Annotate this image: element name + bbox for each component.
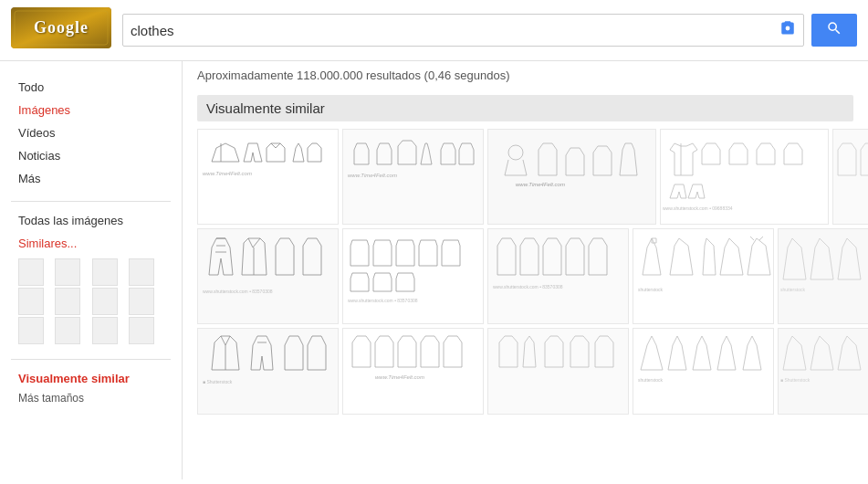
sidebar-item-videos[interactable]: Vídeos (11, 121, 171, 144)
svg-text:shutterstock: shutterstock (780, 287, 805, 292)
svg-text:www.shutterstock.com • 0968833: www.shutterstock.com • 09688334 (663, 205, 733, 211)
sidebar-divider-1 (11, 201, 171, 202)
svg-text:shutterstock: shutterstock (638, 377, 663, 383)
thumb-7 (92, 288, 118, 315)
image-row-2: www.shutterstock.com • 83570308 (197, 228, 853, 324)
thumb-1 (18, 258, 44, 286)
image-tile-13[interactable] (487, 328, 629, 415)
thumb-4 (129, 258, 154, 286)
svg-text:shutterstock: shutterstock (638, 287, 663, 292)
svg-text:Google: Google (34, 18, 89, 37)
content-area: Aproximadamente 118.000.000 resultados (… (183, 61, 868, 479)
thumb-5 (18, 288, 44, 315)
image-tile-1[interactable]: www.Time4Felt.com (197, 129, 339, 225)
sidebar-nav: Todo Imágenes Vídeos Noticias Más (11, 76, 171, 190)
thumb-9 (18, 317, 44, 344)
all-images-label: Todas las imágenes (11, 209, 171, 232)
search-input[interactable] (131, 23, 779, 38)
sidebar-item-todo[interactable]: Todo (11, 76, 171, 99)
search-box[interactable] (122, 14, 804, 47)
svg-text:■ Shutterstock: ■ Shutterstock (203, 379, 233, 384)
more-sizes-link[interactable]: Más tamaños (11, 390, 171, 406)
image-tile-15[interactable]: ■ Shutterstock (778, 328, 868, 415)
visually-similar-section: Visualmente similar (183, 88, 868, 422)
image-tile-8[interactable]: www.shutterstock.com • 83570308 (487, 228, 629, 324)
image-tile-12[interactable]: www.Time4Felt.com (342, 328, 484, 415)
similar-link[interactable]: Similares... (11, 232, 171, 255)
svg-point-5 (508, 145, 523, 160)
visually-similar-link[interactable]: Visualmente similar (11, 367, 171, 390)
thumb-8 (129, 288, 154, 315)
image-row-1: www.Time4Felt.com www.T (197, 129, 853, 225)
thumb-6 (55, 288, 80, 315)
image-tile-14[interactable]: shutterstock (633, 328, 774, 415)
svg-text:www.Time4Felt.com: www.Time4Felt.com (348, 173, 397, 178)
image-tile-9[interactable]: shutterstock (633, 228, 774, 324)
thumb-10 (55, 317, 80, 344)
thumb-11 (92, 317, 118, 344)
sidebar-filter-section: Todas las imágenes Similares... (11, 209, 171, 348)
image-tile-2[interactable]: www.Time4Felt.com (342, 129, 484, 225)
thumb-2 (55, 258, 80, 286)
svg-text:www.Time4Felt.com: www.Time4Felt.com (516, 182, 565, 187)
image-tile-5[interactable] (832, 129, 868, 225)
image-tile-6[interactable]: www.shutterstock.com • 83570308 (197, 228, 339, 324)
sidebar-item-imagenes[interactable]: Imágenes (11, 99, 171, 121)
search-button[interactable] (811, 14, 857, 47)
camera-icon[interactable] (779, 20, 796, 40)
header: Google (0, 0, 868, 61)
image-tile-4[interactable]: www.shutterstock.com • 09688334 (660, 129, 829, 225)
search-icon (826, 20, 842, 40)
sidebar-divider-2 (11, 359, 171, 360)
svg-text:www.Time4Felt.com: www.Time4Felt.com (203, 171, 252, 176)
sidebar-item-mas[interactable]: Más (11, 167, 171, 190)
image-tile-7[interactable]: www.shutterstock.com • 83570308 (342, 228, 484, 324)
sidebar-thumb-grid (11, 255, 171, 348)
logo-area[interactable]: Google (11, 7, 111, 53)
section-title-visual: Visualmente similar (197, 95, 853, 121)
thumb-12 (129, 317, 154, 344)
logo-image[interactable]: Google (11, 7, 111, 48)
svg-text:www.Time4Felt.com: www.Time4Felt.com (375, 374, 424, 380)
image-tile-10[interactable]: shutterstock (778, 228, 868, 324)
sidebar: Todo Imágenes Vídeos Noticias Más Todas … (0, 61, 183, 479)
search-form (122, 14, 857, 47)
svg-text:www.shutterstock.com • 8357030: www.shutterstock.com • 83570308 (493, 284, 563, 289)
image-tile-11[interactable]: ■ Shutterstock (197, 328, 339, 415)
main-layout: Todo Imágenes Vídeos Noticias Más Todas … (0, 61, 868, 479)
svg-text:■ Shutterstock: ■ Shutterstock (780, 377, 810, 383)
sidebar-item-noticias[interactable]: Noticias (11, 144, 171, 167)
svg-text:www.shutterstock.com • 8357030: www.shutterstock.com • 83570308 (203, 289, 273, 294)
thumb-3 (92, 258, 118, 286)
image-tile-3[interactable]: www.Time4Felt.com (487, 129, 656, 225)
svg-text:www.shutterstock.com • 8357030: www.shutterstock.com • 83570308 (348, 298, 418, 303)
results-count: Aproximadamente 118.000.000 resultados (… (183, 61, 868, 88)
image-row-3: ■ Shutterstock www.Time4Felt.com (197, 328, 853, 415)
